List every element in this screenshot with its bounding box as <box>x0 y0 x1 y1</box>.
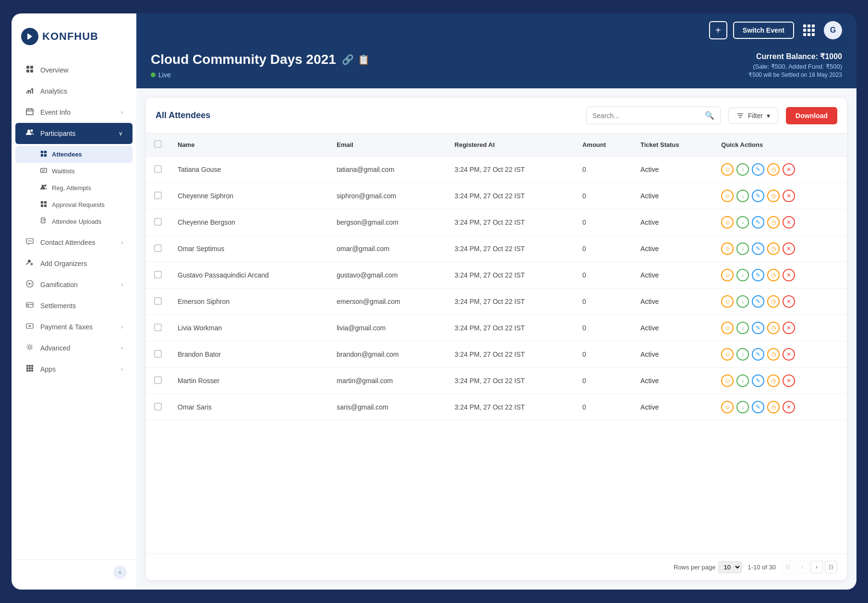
row-checkbox[interactable] <box>154 244 162 252</box>
link-icon[interactable]: 🔗 <box>342 54 354 65</box>
sidebar-item-gamification[interactable]: Gamification › <box>15 274 133 295</box>
sidebar-item-waitlists[interactable]: Waitlists <box>15 163 133 180</box>
action-edit-icon[interactable]: ✎ <box>752 242 764 255</box>
action-time-icon[interactable]: ◷ <box>767 269 780 281</box>
sidebar-item-analytics[interactable]: Analytics <box>15 81 133 102</box>
search-input[interactable] <box>592 112 701 120</box>
action-edit-icon[interactable]: ✎ <box>752 401 764 413</box>
sidebar-item-contact-attendees[interactable]: Contact Attendees › <box>15 232 133 253</box>
action-smile-icon[interactable]: ☺ <box>721 401 734 413</box>
action-edit-icon[interactable]: ✎ <box>752 269 764 281</box>
filter-button[interactable]: Filter ▾ <box>728 108 778 124</box>
action-download-icon[interactable]: ↓ <box>736 374 749 387</box>
sidebar-item-label: Contact Attendees <box>40 239 115 246</box>
collapse-sidebar-button[interactable]: ‹ <box>113 566 127 579</box>
action-time-icon[interactable]: ◷ <box>767 163 780 176</box>
action-download-icon[interactable]: ↓ <box>736 295 749 308</box>
svg-rect-54 <box>31 370 33 372</box>
sidebar-item-attendees[interactable]: Attendees <box>15 146 133 163</box>
action-download-icon[interactable]: ↓ <box>736 269 749 281</box>
action-download-icon[interactable]: ↓ <box>736 401 749 413</box>
action-time-icon[interactable]: ◷ <box>767 216 780 229</box>
sidebar-item-reg-attempts[interactable]: Reg. Attempts <box>15 180 133 196</box>
sidebar-item-attendee-uploads[interactable]: Attendee Uploads <box>15 213 133 230</box>
action-smile-icon[interactable]: ☺ <box>721 348 734 361</box>
sidebar-item-settlements[interactable]: Settlements <box>15 295 133 316</box>
switch-event-button[interactable]: Switch Event <box>733 22 794 39</box>
action-download-icon[interactable]: ↓ <box>736 348 749 361</box>
sidebar-item-apps[interactable]: Apps › <box>15 359 133 380</box>
action-smile-icon[interactable]: ☺ <box>721 374 734 387</box>
last-page-button[interactable]: ⟩⟩ <box>825 561 837 573</box>
action-edit-icon[interactable]: ✎ <box>752 190 764 202</box>
action-smile-icon[interactable]: ☺ <box>721 295 734 308</box>
sidebar-item-add-organizers[interactable]: Add Organizers <box>15 253 133 274</box>
action-time-icon[interactable]: ◷ <box>767 374 780 387</box>
action-download-icon[interactable]: ↓ <box>736 216 749 229</box>
row-checkbox[interactable] <box>154 403 162 410</box>
add-button[interactable]: + <box>709 21 727 39</box>
select-all-checkbox[interactable] <box>154 140 162 148</box>
row-checkbox[interactable] <box>154 376 162 384</box>
action-download-icon[interactable]: ↓ <box>736 163 749 176</box>
action-download-icon[interactable]: ↓ <box>736 190 749 202</box>
sidebar-item-label: Gamification <box>40 281 115 289</box>
sidebar-item-advanced[interactable]: Advanced › <box>15 338 133 359</box>
action-edit-icon[interactable]: ✎ <box>752 295 764 308</box>
row-checkbox[interactable] <box>154 218 162 226</box>
prev-page-button[interactable]: ‹ <box>796 561 808 573</box>
action-smile-icon[interactable]: ☺ <box>721 269 734 281</box>
action-edit-icon[interactable]: ✎ <box>752 322 764 334</box>
sidebar-item-overview[interactable]: Overview <box>15 60 133 81</box>
row-status: Active <box>633 236 713 262</box>
action-close-icon[interactable]: ✕ <box>783 163 795 176</box>
action-time-icon[interactable]: ◷ <box>767 348 780 361</box>
action-time-icon[interactable]: ◷ <box>767 242 780 255</box>
action-close-icon[interactable]: ✕ <box>783 348 795 361</box>
action-download-icon[interactable]: ↓ <box>736 322 749 334</box>
download-button[interactable]: Download <box>786 107 837 124</box>
sidebar-item-approval-requests[interactable]: Approval Requests <box>15 196 133 213</box>
action-close-icon[interactable]: ✕ <box>783 242 795 255</box>
user-avatar-button[interactable]: G <box>824 21 842 39</box>
action-close-icon[interactable]: ✕ <box>783 269 795 281</box>
action-time-icon[interactable]: ◷ <box>767 322 780 334</box>
action-smile-icon[interactable]: ☺ <box>721 163 734 176</box>
row-checkbox[interactable] <box>154 165 162 173</box>
action-edit-icon[interactable]: ✎ <box>752 348 764 361</box>
row-checkbox[interactable] <box>154 297 162 305</box>
grid-menu-button[interactable] <box>800 21 818 39</box>
first-page-button[interactable]: ⟨⟨ <box>782 561 794 573</box>
sidebar-item-payment-taxes[interactable]: Payment & Taxes › <box>15 316 133 338</box>
action-close-icon[interactable]: ✕ <box>783 190 795 202</box>
action-smile-icon[interactable]: ☺ <box>721 322 734 334</box>
action-close-icon[interactable]: ✕ <box>783 216 795 229</box>
action-time-icon[interactable]: ◷ <box>767 401 780 413</box>
row-checkbox[interactable] <box>154 324 162 331</box>
copy-icon[interactable]: 📋 <box>358 54 370 65</box>
row-status: Active <box>633 341 713 368</box>
action-time-icon[interactable]: ◷ <box>767 295 780 308</box>
row-checkbox[interactable] <box>154 350 162 358</box>
action-close-icon[interactable]: ✕ <box>783 401 795 413</box>
sidebar-item-participants[interactable]: Participants ∨ <box>15 123 133 144</box>
filter-icon <box>736 112 744 120</box>
action-close-icon[interactable]: ✕ <box>783 322 795 334</box>
sidebar-item-event-info[interactable]: Event Info › <box>15 102 133 123</box>
svg-point-33 <box>31 241 32 241</box>
row-registered-at: 3:24 PM, 27 Oct 22 IST <box>447 209 575 236</box>
row-checkbox[interactable] <box>154 192 162 199</box>
action-edit-icon[interactable]: ✎ <box>752 216 764 229</box>
action-edit-icon[interactable]: ✎ <box>752 374 764 387</box>
next-page-button[interactable]: › <box>810 561 823 573</box>
action-download-icon[interactable]: ↓ <box>736 242 749 255</box>
action-smile-icon[interactable]: ☺ <box>721 242 734 255</box>
rows-per-page-select[interactable]: 10 25 50 <box>718 561 742 573</box>
action-edit-icon[interactable]: ✎ <box>752 163 764 176</box>
row-checkbox[interactable] <box>154 271 162 278</box>
action-smile-icon[interactable]: ☺ <box>721 190 734 202</box>
action-close-icon[interactable]: ✕ <box>783 374 795 387</box>
action-smile-icon[interactable]: ☺ <box>721 216 734 229</box>
action-time-icon[interactable]: ◷ <box>767 190 780 202</box>
action-close-icon[interactable]: ✕ <box>783 295 795 308</box>
